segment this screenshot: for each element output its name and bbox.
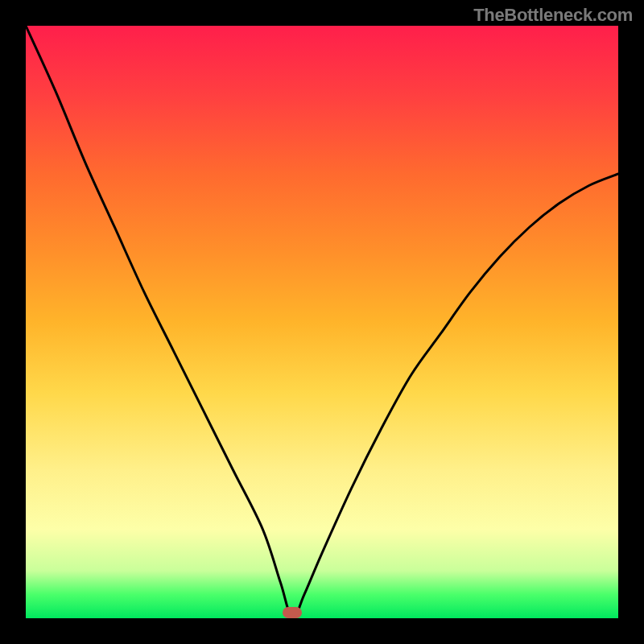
bottleneck-curve (26, 26, 618, 618)
chart-frame: TheBottleneck.com (0, 0, 644, 644)
watermark-text: TheBottleneck.com (473, 5, 633, 26)
optimum-marker (283, 607, 302, 618)
plot-area (26, 26, 618, 618)
